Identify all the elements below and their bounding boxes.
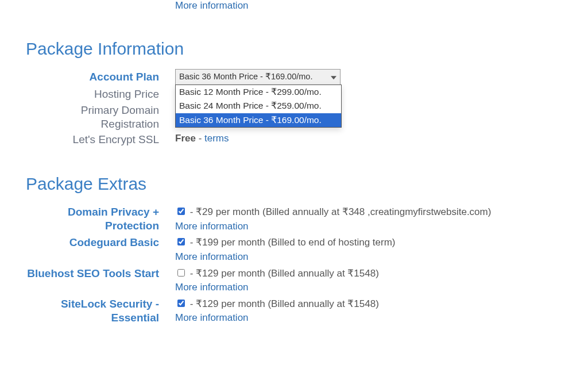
hosting-price-label: Hosting Price <box>26 86 159 101</box>
extra-checkbox-0[interactable] <box>177 208 185 215</box>
account-plan-dropdown: Basic 12 Month Price - ₹299.00/mo. Basic… <box>175 85 342 128</box>
lets-encrypt-ssl-label: Let's Encrypt SSL <box>26 132 159 147</box>
more-information-link-top[interactable]: More information <box>175 0 249 11</box>
ssl-terms-link[interactable]: terms <box>204 133 229 144</box>
account-plan-select[interactable]: Basic 36 Month Price - ₹169.00/mo. <box>175 69 341 85</box>
extra-more-1[interactable]: More information <box>175 251 249 262</box>
account-plan-option-2[interactable]: Basic 36 Month Price - ₹169.00/mo. <box>176 113 341 127</box>
extra-more-3[interactable]: More information <box>175 312 249 323</box>
extra-more-2[interactable]: More information <box>175 282 249 293</box>
ssl-value: Free <box>175 133 196 144</box>
extra-checkbox-2[interactable] <box>177 269 185 277</box>
account-plan-label: Account Plan <box>26 69 159 84</box>
package-information-heading: Package Information <box>26 39 588 59</box>
account-plan-select-value: Basic 36 Month Price - ₹169.00/mo. <box>179 71 312 83</box>
extra-desc-0: - ₹29 per month (Billed annually at ₹348… <box>187 206 491 217</box>
ssl-sep: - <box>196 133 204 144</box>
extra-more-0[interactable]: More information <box>175 221 249 232</box>
primary-domain-registration-label: Primary Domain Registration <box>26 102 159 131</box>
account-plan-option-0[interactable]: Basic 12 Month Price - ₹299.00/mo. <box>176 85 341 99</box>
extra-label-0: Domain Privacy + Protection <box>26 204 159 233</box>
extra-desc-3: - ₹129 per month (Billed annually at ₹15… <box>187 298 379 309</box>
extra-checkbox-3[interactable] <box>177 300 185 307</box>
extra-label-2: Bluehost SEO Tools Start <box>26 266 159 281</box>
extra-desc-1: - ₹199 per month (Billed to end of hosti… <box>187 237 396 248</box>
extra-label-3: SiteLock Security - Essential <box>26 296 159 325</box>
account-plan-option-1[interactable]: Basic 24 Month Price - ₹259.00/mo. <box>176 99 341 113</box>
package-extras-heading: Package Extras <box>26 174 588 194</box>
extra-label-1: Codeguard Basic <box>26 235 159 250</box>
extra-checkbox-1[interactable] <box>177 238 185 245</box>
extra-desc-2: - ₹129 per month (Billed annually at ₹15… <box>187 268 379 279</box>
